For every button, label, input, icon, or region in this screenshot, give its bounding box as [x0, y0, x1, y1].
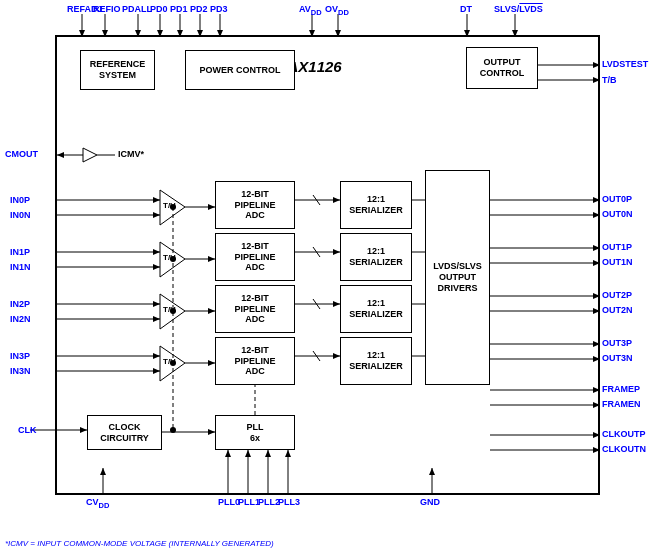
pin-lvdstest: LVDSTEST — [602, 59, 648, 69]
pin-in1p: IN1P — [10, 247, 30, 257]
clock-circuitry-block: CLOCKCIRCUITRY — [87, 415, 162, 450]
pin-refio: REFIO — [93, 4, 121, 14]
pin-in2n: IN2N — [10, 314, 31, 324]
pin-out1n: OUT1N — [602, 257, 633, 267]
reference-system-block: REFERENCESYSTEM — [80, 50, 155, 90]
pin-out0n: OUT0N — [602, 209, 633, 219]
pin-in1n: IN1N — [10, 262, 31, 272]
icmv-label: ICMV* — [118, 149, 144, 159]
adc2-block: 12-BITPIPELINEADC — [215, 285, 295, 333]
adc0-block: 12-BITPIPELINEADC — [215, 181, 295, 229]
pin-pll2: PLL2 — [258, 497, 280, 507]
adc3-block: 12-BITPIPELINEADC — [215, 337, 295, 385]
pin-tb: T/B — [602, 75, 617, 85]
pin-avdd: AVDD — [299, 4, 322, 17]
lvds-drivers-block: LVDS/SLVSOUTPUTDRIVERS — [425, 170, 490, 385]
pin-cmout: CMOUT — [5, 149, 38, 159]
pin-out1p: OUT1P — [602, 242, 632, 252]
pin-pd1: PD1 — [170, 4, 188, 14]
ser1-block: 12:1SERIALIZER — [340, 233, 412, 281]
pin-pll0: PLL0 — [218, 497, 240, 507]
adc1-block: 12-BITPIPELINEADC — [215, 233, 295, 281]
pin-clkoutp: CLKOUTP — [602, 429, 646, 439]
pin-out2p: OUT2P — [602, 290, 632, 300]
pin-framep: FRAMEP — [602, 384, 640, 394]
pin-framen: FRAMEN — [602, 399, 641, 409]
pin-gnd: GND — [420, 497, 440, 507]
pin-ovdd: OVDD — [325, 4, 349, 17]
power-control-block: POWER CONTROL — [185, 50, 295, 90]
pin-in3n: IN3N — [10, 366, 31, 376]
pin-out2n: OUT2N — [602, 305, 633, 315]
pin-slvs-lvds: SLVS/LVDS — [494, 4, 543, 14]
pin-pll1: PLL1 — [238, 497, 260, 507]
pin-in2p: IN2P — [10, 299, 30, 309]
bottom-note: *ICMV = INPUT COMMON-MODE VOLTAGE (INTER… — [5, 539, 274, 548]
pin-out3p: OUT3P — [602, 338, 632, 348]
pin-in0p: IN0P — [10, 195, 30, 205]
pin-out3n: OUT3N — [602, 353, 633, 363]
pin-in3p: IN3P — [10, 351, 30, 361]
th2-label: T/H — [163, 305, 176, 314]
ser3-block: 12:1SERIALIZER — [340, 337, 412, 385]
pin-pll3: PLL3 — [278, 497, 300, 507]
ser2-block: 12:1SERIALIZER — [340, 285, 412, 333]
pin-clkoutn: CLKOUTN — [602, 444, 646, 454]
output-control-block: OUTPUTCONTROL — [466, 47, 538, 89]
pin-pd0: PD0 — [150, 4, 168, 14]
pll-block: PLL6x — [215, 415, 295, 450]
pin-pd2: PD2 — [190, 4, 208, 14]
pin-dt: DT — [460, 4, 472, 14]
pin-out0p: OUT0P — [602, 194, 632, 204]
pin-pdall: PDALL — [122, 4, 152, 14]
th1-label: T/H — [163, 253, 176, 262]
pin-cvdd: CVDD — [86, 497, 109, 510]
pin-clk: CLK — [18, 425, 37, 435]
pin-in0n: IN0N — [10, 210, 31, 220]
pin-pd3: PD3 — [210, 4, 228, 14]
th3-label: T/H — [163, 357, 176, 366]
diagram-container: REFADJ REFIO PDALL PD0 PD1 PD2 PD3 AVDD … — [0, 0, 653, 550]
ser0-block: 12:1SERIALIZER — [340, 181, 412, 229]
th0-label: T/H — [163, 201, 176, 210]
